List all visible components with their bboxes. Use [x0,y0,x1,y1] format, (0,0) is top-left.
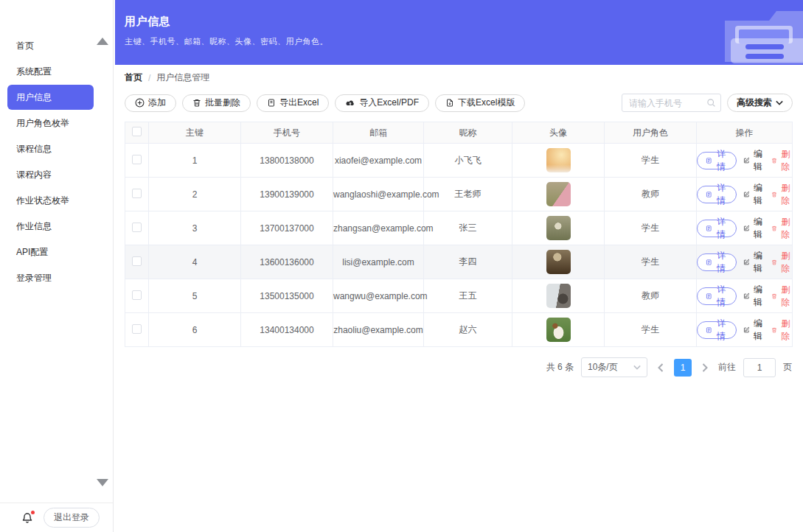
delete-trash-icon [771,258,777,267]
export-excel-button[interactable]: 导出Excel [257,94,329,112]
edit-button[interactable]: 编辑 [743,216,765,241]
sidebar-item-3[interactable]: 用户角色枚举 [7,111,94,136]
cell-email: wangwu@example.com [333,279,424,313]
chevron-right-icon [702,363,708,372]
sidebar-item-7[interactable]: 作业信息 [7,214,94,239]
cell-nickname: 李四 [424,245,512,279]
detail-button[interactable]: 详情 [697,220,737,237]
toolbar-buttons: 添加 批量删除 导出Excel 导入Excel/PDF [125,94,525,112]
row-actions: 详情 编辑 删除 [697,284,792,309]
column-header-phone: 手机号 [241,122,333,144]
delete-trash-icon [771,156,777,165]
edit-button[interactable]: 编辑 [743,148,765,173]
sidebar-item-1[interactable]: 系统配置 [7,59,94,84]
sidebar-item-6[interactable]: 作业状态枚举 [7,188,94,213]
cell-id: 2 [149,178,241,211]
page-number-button[interactable]: 1 [674,359,692,377]
sidebar-item-5[interactable]: 课程内容 [7,162,94,187]
delete-button[interactable]: 删除 [771,318,792,343]
cell-email: xiaofei@example.com [333,144,424,178]
edit-icon [743,224,750,233]
row-actions: 详情 编辑 删除 [697,216,792,241]
sidebar-item-2[interactable]: 用户信息 [7,85,94,110]
row-checkbox[interactable] [132,256,142,266]
page-size-select[interactable]: 10条/页 [581,357,647,377]
sidebar-item-8[interactable]: API配置 [7,239,94,265]
sidebar-item-4[interactable]: 课程信息 [7,136,94,161]
next-page-button[interactable] [699,362,711,374]
table-row: 4 13600136000 lisi@example.com 李四 学生 详情 [125,245,793,279]
delete-trash-icon [771,326,777,335]
sidebar: 首页系统配置用户信息用户角色枚举课程信息课程内容作业状态枚举作业信息API配置登… [0,0,114,532]
breadcrumb-home[interactable]: 首页 [125,71,142,84]
detail-doc-icon [706,224,712,233]
row-actions: 详情 编辑 删除 [697,182,792,207]
cell-phone: 13600136000 [241,245,333,279]
file-icon [267,98,276,108]
detail-button[interactable]: 详情 [697,186,737,203]
column-header-actions: 操作 [697,122,793,144]
edit-icon [743,156,750,165]
delete-button[interactable]: 删除 [771,250,792,275]
breadcrumb-separator: / [148,73,150,83]
goto-label: 前往 [718,361,736,374]
pagination: 共 6 条 10条/页 1 前往 页 [125,357,792,377]
goto-page-input[interactable] [743,358,776,377]
cell-nickname: 张三 [424,211,512,245]
edit-button[interactable]: 编辑 [743,250,765,275]
file-download-icon [445,98,454,108]
detail-button[interactable]: 详情 [697,287,737,305]
cell-phone: 13800138000 [241,144,333,178]
batch-delete-button[interactable]: 批量删除 [182,94,251,112]
delete-trash-icon [771,224,777,233]
import-excel-pdf-button[interactable]: 导入Excel/PDF [335,94,429,112]
avatar-puppy-grass [546,318,571,342]
cell-email: zhaoliu@example.com [333,313,424,347]
prev-page-button[interactable] [655,362,667,374]
cell-role: 学生 [605,245,697,279]
detail-button[interactable]: 详情 [697,253,737,271]
row-actions: 详情 编辑 删除 [697,318,792,343]
page-subtitle: 主键、手机号、邮箱、昵称、头像、密码、用户角色。 [125,36,803,47]
column-header-nickname: 昵称 [424,122,512,144]
avatar-hands-field [546,182,571,206]
delete-button[interactable]: 删除 [771,148,792,173]
app-root: 首页系统配置用户信息用户角色枚举课程信息课程内容作业状态枚举作业信息API配置登… [0,0,803,532]
edit-button[interactable]: 编辑 [743,318,765,343]
table-row: 6 13400134000 zhaoliu@example.com 赵六 学生 … [125,313,793,347]
cell-phone: 13400134000 [241,313,333,347]
notification-bell-icon[interactable] [21,512,33,524]
sidebar-item-9[interactable]: 登录管理 [7,265,94,290]
row-checkbox[interactable] [132,223,142,232]
cell-role: 学生 [605,144,697,178]
column-header-id: 主键 [149,122,241,144]
sidebar-item-0[interactable]: 首页 [7,33,94,58]
select-all-checkbox[interactable] [132,127,142,136]
row-checkbox[interactable] [132,189,142,198]
menu-scroll-up-icon[interactable] [97,38,108,45]
detail-button[interactable]: 详情 [697,321,737,339]
breadcrumb: 首页 / 用户信息管理 [125,71,793,84]
edit-button[interactable]: 编辑 [743,284,765,309]
delete-button[interactable]: 删除 [771,284,792,309]
download-template-button[interactable]: 下载Excel模版 [435,94,525,112]
edit-button[interactable]: 编辑 [743,182,765,207]
edit-icon [743,292,750,301]
cell-id: 1 [149,144,241,178]
row-checkbox[interactable] [132,324,142,334]
detail-button[interactable]: 详情 [697,152,737,169]
avatar-portrait-warm [546,148,571,172]
cell-role: 教师 [605,178,697,211]
cell-email: wanglaoshi@example.com [333,178,424,211]
add-button[interactable]: 添加 [125,94,176,112]
row-checkbox[interactable] [132,155,142,164]
delete-button[interactable]: 删除 [771,216,792,241]
row-checkbox[interactable] [132,290,142,300]
advanced-search-button[interactable]: 高级搜索 [727,94,793,112]
menu-scroll-down-icon[interactable] [97,479,108,486]
delete-button[interactable]: 删除 [771,182,792,207]
column-header-avatar: 头像 [512,122,605,144]
logout-button[interactable]: 退出登录 [44,508,100,528]
toolbar: 添加 批量删除 导出Excel 导入Excel/PDF [125,94,793,112]
column-header-role: 用户角色 [605,122,697,144]
